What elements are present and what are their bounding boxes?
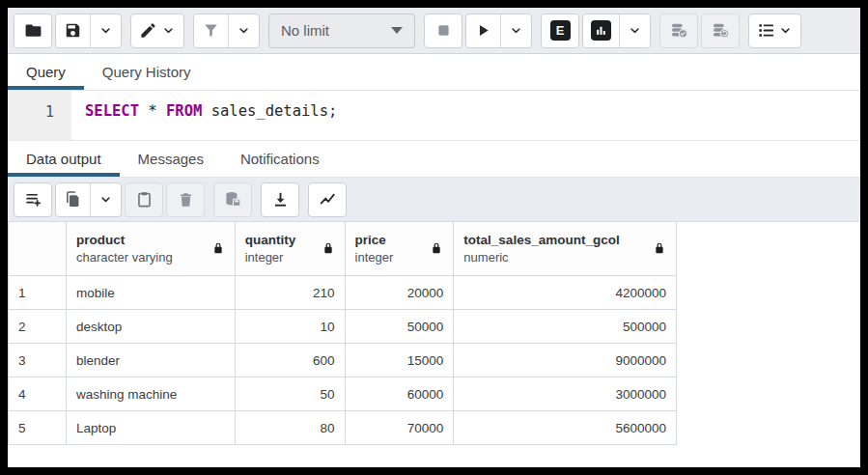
row-number-cell[interactable]: 5 (9, 411, 67, 445)
column-header-total-sales[interactable]: total_sales_amount_gcol numeric (454, 222, 677, 276)
cell-price[interactable]: 50000 (346, 310, 455, 344)
cell-quantity[interactable]: 50 (236, 377, 346, 411)
macros-list-icon (757, 21, 775, 40)
cell-product[interactable]: washing machine (67, 377, 236, 411)
tab-query-history[interactable]: Query History (84, 54, 210, 90)
folder-icon (24, 21, 42, 40)
delete-row-button[interactable] (166, 182, 205, 217)
macros-group (748, 14, 801, 48)
open-file-button[interactable] (14, 14, 52, 48)
row-number-cell[interactable]: 4 (9, 377, 67, 411)
cell-product[interactable]: blender (67, 344, 236, 377)
column-header-product[interactable]: product character varying (67, 222, 236, 276)
table-row: 1 mobile 210 20000 4200000 (9, 276, 677, 310)
tab-query[interactable]: Query (8, 54, 84, 90)
column-type: integer (355, 249, 425, 266)
row-number-cell[interactable]: 1 (9, 276, 67, 310)
select-all-cell[interactable] (9, 222, 67, 276)
cell-price[interactable]: 20000 (346, 276, 455, 310)
execute-menu-toggle[interactable] (500, 14, 531, 47)
cell-total[interactable]: 4200000 (454, 276, 677, 310)
column-type: character varying (76, 249, 206, 266)
sql-keyword-select: SELECT (85, 102, 139, 120)
rollback-db-icon (712, 21, 730, 40)
chevron-down-icon (237, 23, 251, 38)
explain-icon: E (550, 20, 571, 41)
save-icon (64, 21, 82, 40)
copy-icon (64, 190, 82, 209)
tab-query-history-label: Query History (102, 64, 191, 80)
lock-icon (322, 241, 335, 255)
cell-product[interactable]: desktop (67, 310, 236, 344)
save-data-changes-button[interactable] (213, 182, 252, 217)
cell-total[interactable]: 9000000 (454, 344, 677, 377)
commit-button[interactable] (659, 14, 698, 48)
explain-menu-toggle[interactable] (619, 14, 650, 47)
query-tabbar: Query Query History (8, 54, 860, 91)
execute-button[interactable] (465, 14, 532, 48)
copy-segment[interactable] (56, 183, 90, 216)
column-header-price[interactable]: price integer (346, 222, 455, 276)
save-data-group (213, 182, 252, 217)
column-header-quantity[interactable]: quantity integer (236, 222, 346, 276)
cell-quantity[interactable]: 600 (236, 344, 346, 377)
tab-data-output[interactable]: Data output (8, 141, 120, 177)
cell-total[interactable]: 500000 (454, 310, 677, 344)
tab-notifications[interactable]: Notifications (222, 141, 338, 177)
paste-button[interactable] (125, 182, 163, 217)
filter-menu-toggle[interactable] (228, 14, 259, 47)
cell-price[interactable]: 70000 (346, 411, 455, 445)
cell-price[interactable]: 15000 (346, 344, 455, 377)
tab-query-label: Query (26, 64, 66, 80)
explain-analyze-segment[interactable] (583, 14, 619, 47)
explain-button[interactable]: E (541, 14, 579, 48)
add-row-button[interactable] (14, 182, 52, 217)
add-row-icon (24, 190, 42, 209)
edit-menu-button[interactable] (130, 14, 184, 48)
cell-total[interactable]: 5600000 (454, 411, 677, 445)
transaction-group (659, 14, 740, 48)
cell-product[interactable]: Laptop (67, 411, 236, 445)
stop-button[interactable] (424, 14, 462, 48)
lock-icon (211, 241, 225, 255)
cell-quantity[interactable]: 210 (236, 276, 346, 310)
column-name: product (76, 232, 206, 249)
save-file-button[interactable] (55, 14, 122, 48)
rollback-button[interactable] (701, 14, 740, 48)
row-number-cell[interactable]: 3 (9, 344, 67, 377)
sql-code-line[interactable]: SELECT * FROM sales_details; (71, 91, 337, 140)
download-button[interactable] (261, 182, 299, 217)
filter-segment[interactable] (194, 14, 228, 47)
execute-group (424, 14, 532, 48)
save-menu-toggle[interactable] (90, 14, 121, 47)
macros-button[interactable] (748, 14, 801, 48)
copy-menu-toggle[interactable] (90, 183, 121, 216)
cell-product[interactable]: mobile (67, 276, 236, 310)
cell-quantity[interactable]: 80 (236, 411, 346, 445)
sql-editor[interactable]: 1 SELECT * FROM sales_details; (8, 91, 860, 141)
execute-segment[interactable] (466, 14, 500, 47)
save-segment[interactable] (56, 14, 90, 47)
tab-messages[interactable]: Messages (120, 141, 222, 177)
grid-edit-group (14, 182, 205, 217)
table-row: 3 blender 600 15000 9000000 (9, 344, 677, 377)
explain-analyze-button[interactable] (582, 14, 651, 48)
chevron-down-icon (161, 23, 176, 38)
filter-button[interactable] (193, 14, 260, 48)
copy-button[interactable] (55, 182, 122, 217)
trash-icon (177, 190, 195, 209)
column-type: numeric (463, 249, 647, 266)
column-name: price (355, 232, 425, 249)
row-limit-select[interactable]: No limit (268, 14, 415, 48)
graph-visualiser-button[interactable] (308, 182, 347, 217)
tab-data-output-label: Data output (26, 151, 101, 167)
row-number-cell[interactable]: 2 (9, 310, 67, 344)
cell-total[interactable]: 3000000 (454, 377, 677, 411)
cell-quantity[interactable]: 10 (236, 310, 346, 344)
play-icon (474, 21, 492, 40)
file-group (14, 14, 122, 48)
cell-price[interactable]: 60000 (346, 377, 455, 411)
column-name: quantity (245, 232, 316, 249)
column-type: integer (245, 249, 316, 266)
lock-icon (430, 241, 443, 255)
